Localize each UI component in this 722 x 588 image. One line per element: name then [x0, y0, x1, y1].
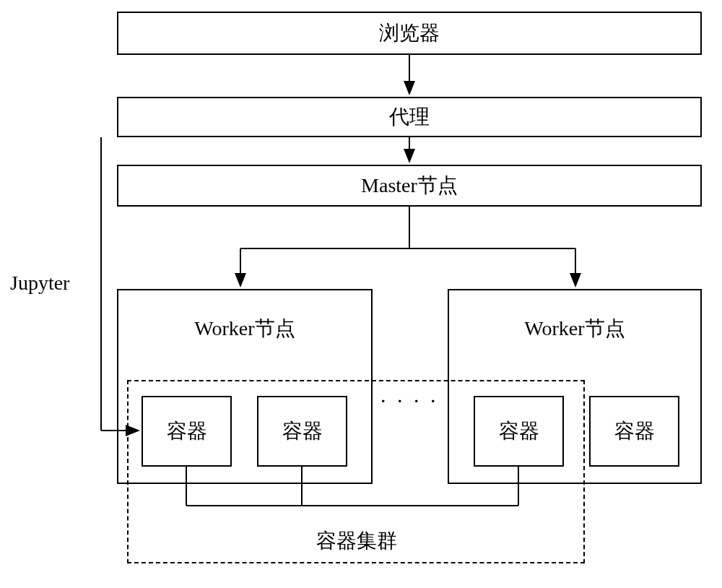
container2b-label: 容器	[614, 418, 655, 445]
jupyter-label: Jupyter	[10, 272, 69, 295]
container2b-box: 容器	[589, 396, 679, 467]
master-label: Master节点	[361, 172, 458, 199]
browser-label: 浏览器	[379, 20, 440, 47]
browser-box: 浏览器	[117, 12, 702, 55]
proxy-label: 代理	[389, 103, 430, 131]
master-box: Master节点	[117, 165, 702, 207]
worker2-label: Worker节点	[524, 315, 625, 342]
cluster-label: 容器集群	[316, 527, 397, 555]
worker1-label: Worker节点	[194, 315, 295, 342]
proxy-box: 代理	[117, 97, 702, 137]
